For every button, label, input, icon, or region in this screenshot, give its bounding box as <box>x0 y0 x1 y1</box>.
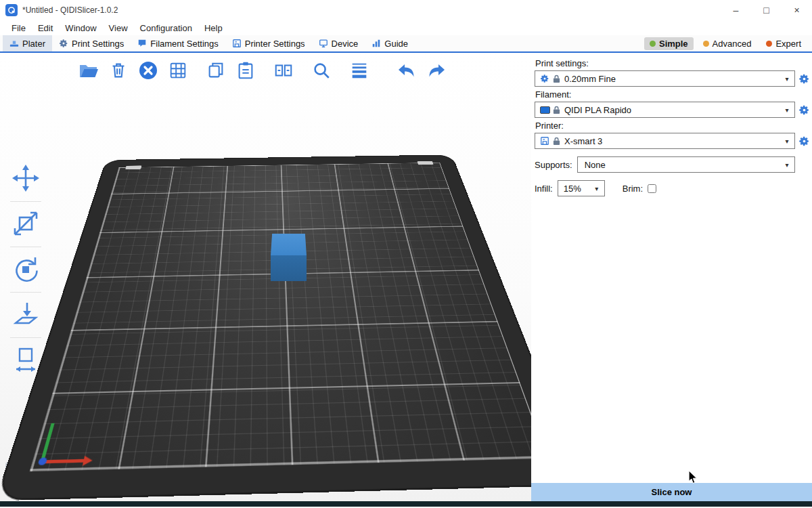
printer-value: X-smart 3 <box>564 136 780 146</box>
tab-bar: Plater Print Settings Filament Settings … <box>0 35 812 53</box>
filament-label: Filament: <box>535 89 810 100</box>
menu-help[interactable]: Help <box>198 23 229 33</box>
undo-button[interactable] <box>394 58 420 84</box>
search-icon <box>311 60 332 83</box>
print-bed <box>27 133 531 431</box>
edit-print-settings-button[interactable] <box>798 72 810 85</box>
model-object-cube[interactable] <box>271 234 307 281</box>
tab-filament-settings[interactable]: Filament Settings <box>131 35 225 51</box>
printer-label: Printer: <box>535 121 810 131</box>
copy-button[interactable] <box>203 58 229 84</box>
split-button[interactable] <box>271 58 296 84</box>
slice-now-button[interactable]: Slice now <box>531 483 812 501</box>
printer-icon <box>232 39 242 48</box>
supports-label: Supports: <box>535 160 572 170</box>
supports-combo[interactable]: None ▾ <box>577 156 795 173</box>
tab-device[interactable]: Device <box>312 35 365 51</box>
chevron-down-icon: ▾ <box>589 185 604 192</box>
menu-file[interactable]: File <box>5 23 32 33</box>
window-controls: – □ × <box>721 0 812 20</box>
tab-print-settings[interactable]: Print Settings <box>52 35 131 51</box>
arrange-grid-icon <box>168 60 188 83</box>
bed-clip-left <box>125 165 141 169</box>
mode-label: Simple <box>659 39 688 49</box>
top-toolbar <box>76 58 453 84</box>
close-button[interactable]: × <box>782 0 812 20</box>
tab-label: Plater <box>22 39 45 49</box>
mode-simple[interactable]: Simple <box>644 37 694 50</box>
mode-label: Advanced <box>713 39 752 49</box>
edit-filament-button[interactable] <box>798 104 810 116</box>
delete-all-button[interactable] <box>135 58 161 84</box>
tab-label: Print Settings <box>72 39 124 49</box>
search-button[interactable] <box>309 58 334 84</box>
paste-icon <box>235 60 256 83</box>
delete-all-icon <box>137 60 159 83</box>
chevron-down-icon: ▾ <box>780 137 794 145</box>
copy-icon <box>206 60 226 83</box>
open-file-button[interactable] <box>76 58 102 84</box>
tab-plater[interactable]: Plater <box>3 35 52 51</box>
brim-checkbox[interactable] <box>648 184 656 193</box>
gear-icon <box>538 74 551 83</box>
delete-button[interactable] <box>106 58 131 84</box>
supports-value: None <box>581 160 780 170</box>
variable-layer-height-button[interactable] <box>346 58 372 84</box>
app-icon <box>5 4 18 16</box>
settings-sidebar: Print settings: 0.20mm Fine ▾ Filament: <box>531 53 812 501</box>
chevron-down-icon: ▾ <box>780 161 794 169</box>
paste-button[interactable] <box>233 58 258 84</box>
mode-advanced[interactable]: Advanced <box>698 37 757 50</box>
bed-grid-surface <box>30 163 531 471</box>
tab-guide[interactable]: Guide <box>365 35 415 51</box>
simple-mode-dot <box>650 41 656 47</box>
undo-icon <box>396 60 418 83</box>
bottom-status-strip <box>0 501 812 507</box>
advanced-mode-dot <box>703 41 709 47</box>
expert-mode-dot <box>766 41 772 47</box>
brim-label: Brim: <box>623 184 643 194</box>
tab-label: Filament Settings <box>150 39 218 49</box>
trash-icon <box>108 60 129 83</box>
print-settings-combo[interactable]: 0.20mm Fine ▾ <box>535 70 795 87</box>
chevron-down-icon: ▾ <box>780 106 794 114</box>
infill-combo[interactable]: 15% ▾ <box>558 180 605 196</box>
printer-icon <box>538 136 551 146</box>
menu-view[interactable]: View <box>103 23 134 33</box>
print-settings-value: 0.20mm Fine <box>564 74 780 84</box>
mode-selector: Simple Advanced Expert <box>644 35 812 51</box>
printer-combo[interactable]: X-smart 3 ▾ <box>535 133 795 149</box>
filament-combo[interactable]: QIDI PLA Rapido ▾ <box>535 102 795 118</box>
menu-bar: File Edit Window View Configuration Help <box>0 20 812 35</box>
print-settings-label: Print settings: <box>535 58 810 68</box>
arrange-button[interactable] <box>165 58 191 84</box>
filament-icon <box>137 39 147 48</box>
menu-configuration[interactable]: Configuration <box>134 23 198 33</box>
3d-viewport[interactable] <box>0 53 531 501</box>
mode-expert[interactable]: Expert <box>761 37 807 50</box>
plater-icon <box>9 39 19 48</box>
minimize-button[interactable]: – <box>721 0 751 20</box>
guide-icon <box>371 39 381 48</box>
cube-front-face <box>271 255 307 281</box>
open-folder-icon <box>78 60 99 83</box>
axes-indicator <box>40 407 113 464</box>
window-title: *Untitled - QIDISlicer-1.0.2 <box>22 5 118 15</box>
edit-printer-button[interactable] <box>798 135 810 147</box>
lock-icon <box>551 106 561 114</box>
mode-label: Expert <box>775 39 801 49</box>
layers-icon <box>349 60 369 83</box>
bed-slab <box>0 155 531 499</box>
mouse-cursor <box>687 471 698 484</box>
menu-edit[interactable]: Edit <box>32 23 59 33</box>
cube-top-face <box>271 234 307 255</box>
filament-color-swatch <box>538 106 551 114</box>
tab-label: Printer Settings <box>245 39 305 49</box>
tab-label: Guide <box>384 39 408 49</box>
split-icon <box>273 60 294 83</box>
redo-button[interactable] <box>424 58 449 84</box>
maximize-button[interactable]: □ <box>751 0 782 20</box>
menu-window[interactable]: Window <box>59 23 102 33</box>
redo-icon <box>426 60 447 83</box>
tab-printer-settings[interactable]: Printer Settings <box>225 35 312 51</box>
